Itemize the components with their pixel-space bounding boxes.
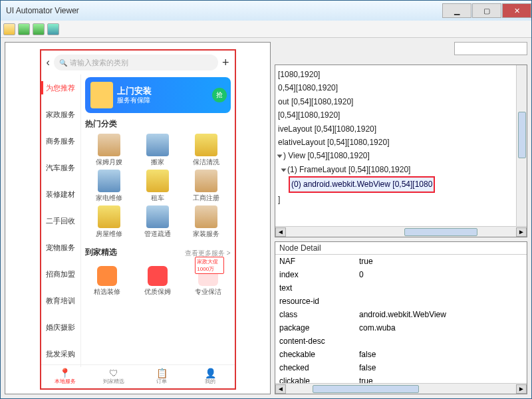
- tree-vscroll[interactable]: [516, 65, 527, 226]
- detail-row[interactable]: index0: [275, 268, 527, 281]
- detail-row[interactable]: text: [275, 281, 527, 295]
- search-input[interactable]: 请输入搜索的类别: [54, 55, 218, 70]
- app-window: UI Automator Viewer ‹ 请输入搜索的类别 +: [0, 0, 532, 399]
- sidebar-tab[interactable]: 婚庆摄影: [41, 314, 80, 340]
- close-button[interactable]: [502, 3, 531, 18]
- category-avatar: [146, 205, 169, 228]
- tree-node[interactable]: ]: [277, 193, 525, 206]
- category-avatar: [146, 170, 169, 192]
- sidebar-tab[interactable]: 批发采购: [41, 340, 80, 367]
- promo-banner[interactable]: 上门安装 服务有保障 抢: [85, 77, 231, 113]
- sidebar-tab[interactable]: 二手回收: [41, 207, 80, 234]
- promo-badge: 家政大促 1000万: [195, 257, 224, 274]
- tree-node-selected[interactable]: (0) android.webkit.WebView [0,54][1080: [289, 176, 435, 192]
- hierarchy-tree[interactable]: [1080,1920]0,54][1080,1920]out [0,54][10…: [275, 65, 527, 225]
- sidebar-tab[interactable]: 宠物服务: [41, 234, 80, 261]
- device-main: 上门安装 服务有保障 抢 热门分类 保姆月嫂搬家保洁清洗家电维修租车工商注册房屋…: [81, 74, 235, 367]
- back-icon[interactable]: ‹: [47, 57, 50, 68]
- category-label: 保洁清洗: [193, 158, 219, 167]
- nav-icon: 🛡: [109, 368, 118, 378]
- bottom-nav: 📍本地服务🛡到家精选📋订单👤我的: [41, 364, 235, 388]
- daojia-item[interactable]: 优质保姆: [144, 266, 171, 297]
- hot-category-item[interactable]: 管道疏通: [134, 205, 182, 239]
- category-label: 工商注册: [193, 194, 219, 203]
- sidebar-tab[interactable]: 教育培训: [41, 287, 80, 314]
- bottom-nav-item[interactable]: 📋订单: [138, 365, 186, 388]
- hot-category-item[interactable]: 工商注册: [182, 170, 231, 203]
- detail-row[interactable]: content-desc: [275, 334, 527, 348]
- sidebar-tab[interactable]: 装修建材: [41, 181, 80, 207]
- detail-key: clickable: [275, 376, 355, 383]
- promo-label: 精选装修: [94, 287, 120, 297]
- detail-hscroll[interactable]: ◄ ►: [275, 383, 527, 394]
- banner-avatar: [90, 82, 113, 108]
- detail-row[interactable]: classandroid.webkit.WebView: [275, 308, 527, 321]
- hot-category-grid: 保姆月嫂搬家保洁清洗家电维修租车工商注册房屋维修管道疏通家装服务: [85, 134, 231, 239]
- toolbar: [1, 21, 531, 38]
- search-placeholder: 请输入搜索的类别: [70, 58, 128, 68]
- tree-node[interactable]: out [0,54][1080,1920]: [277, 95, 525, 108]
- detail-key: text: [275, 283, 355, 293]
- detail-row[interactable]: packagecom.wuba: [275, 321, 527, 334]
- bottom-nav-item[interactable]: 🛡到家精选: [89, 365, 138, 388]
- sidebar-tab[interactable]: 家政服务: [41, 101, 80, 128]
- bottom-nav-item[interactable]: 👤我的: [186, 365, 235, 388]
- plus-icon[interactable]: +: [222, 56, 229, 70]
- nav-label: 我的: [205, 378, 215, 385]
- daojia-item[interactable]: 精选装修: [94, 266, 120, 297]
- hot-category-item[interactable]: 保姆月嫂: [85, 134, 134, 167]
- tree-node[interactable]: [1080,1920]: [277, 68, 525, 81]
- hot-category-item[interactable]: 搬家: [134, 134, 182, 167]
- tree-node[interactable]: [0,54][1080,1920]: [277, 108, 525, 122]
- open-icon[interactable]: [3, 23, 15, 35]
- titlebar: UI Automator Viewer: [1, 1, 531, 21]
- detail-key: resource-id: [275, 297, 355, 306]
- sidebar-tab[interactable]: 商务服务: [41, 128, 80, 154]
- node-detail-panel: Node Detail NAFtrueindex0textresource-id…: [275, 241, 527, 394]
- hot-category-item[interactable]: 房屋维修: [85, 205, 134, 239]
- screenshot-icon[interactable]: [18, 23, 30, 35]
- tree-hscroll[interactable]: ◄►: [275, 226, 527, 237]
- maximize-button[interactable]: [472, 3, 501, 18]
- detail-value: true: [355, 376, 527, 383]
- daojia-title: 到家精选: [85, 247, 117, 258]
- banner-title: 上门安装: [117, 86, 152, 96]
- window-title: UI Automator Viewer: [6, 6, 79, 15]
- detail-key: content-desc: [275, 336, 355, 346]
- tree-search-input[interactable]: [454, 42, 527, 55]
- dump-icon[interactable]: [33, 23, 45, 35]
- nav-label: 本地服务: [55, 378, 76, 385]
- sidebar-tab[interactable]: 为您推荐: [41, 74, 80, 101]
- detail-row[interactable]: NAFtrue: [275, 255, 527, 268]
- category-avatar: [98, 205, 120, 228]
- tree-node[interactable]: 0,54][1080,1920]: [277, 81, 525, 94]
- category-avatar: [98, 170, 120, 192]
- tree-node[interactable]: elativeLayout [0,54][1080,1920]: [277, 136, 525, 149]
- tree-node[interactable]: (1) FrameLayout [0,54][1080,1920]: [277, 163, 525, 176]
- grab-badge[interactable]: 抢: [212, 88, 227, 102]
- save-icon[interactable]: [47, 23, 59, 35]
- banner-subtitle: 服务有保障: [117, 96, 152, 104]
- promo-icon: [148, 266, 168, 286]
- hot-category-item[interactable]: 家装服务: [182, 205, 231, 239]
- hot-category-item[interactable]: 家电维修: [85, 170, 134, 203]
- detail-row[interactable]: clickabletrue: [275, 374, 527, 383]
- tree-node[interactable]: iveLayout [0,54][1080,1920]: [277, 122, 525, 136]
- tree-node[interactable]: ) View [0,54][1080,1920]: [277, 149, 525, 162]
- detail-row[interactable]: resource-id: [275, 295, 527, 308]
- detail-key: checked: [275, 363, 355, 372]
- hot-category-item[interactable]: 租车: [134, 170, 182, 203]
- nav-label: 订单: [156, 378, 167, 385]
- hot-category-item[interactable]: 保洁清洗: [182, 134, 231, 167]
- detail-key: NAF: [275, 257, 355, 266]
- detail-row[interactable]: checkedfalse: [275, 361, 527, 374]
- daojia-item[interactable]: 家政大促 1000万专业保洁: [195, 266, 221, 297]
- promo-label: 专业保洁: [195, 287, 221, 297]
- device-frame[interactable]: ‹ 请输入搜索的类别 + 为您推荐家政服务商务服务汽车服务装修建材二手回收宠物服…: [40, 49, 236, 390]
- sidebar-tab[interactable]: 招商加盟: [41, 261, 80, 287]
- detail-row[interactable]: checkablefalse: [275, 348, 527, 361]
- bottom-nav-item[interactable]: 📍本地服务: [41, 365, 90, 388]
- minimize-button[interactable]: [442, 3, 471, 18]
- tree-search-bar: [275, 42, 527, 61]
- sidebar-tab[interactable]: 汽车服务: [41, 154, 80, 181]
